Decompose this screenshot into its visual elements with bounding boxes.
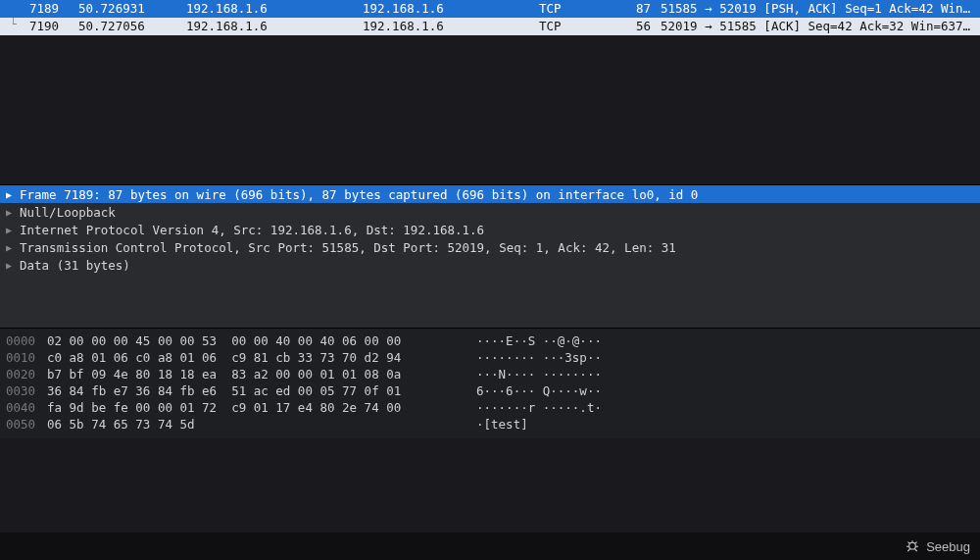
hex-ascii: 6···6··· Q····w·· bbox=[449, 382, 602, 399]
col-length: 87 bbox=[612, 0, 657, 18]
expand-icon[interactable]: ▶ bbox=[6, 260, 20, 271]
col-info: 51585 → 52019 [PSH, ACK] Seq=1 Ack=42 Wi… bbox=[657, 0, 980, 18]
hex-offset: 0030 bbox=[0, 382, 47, 399]
col-dest: 192.168.1.6 bbox=[363, 0, 539, 18]
detail-text: Transmission Control Protocol, Src Port:… bbox=[20, 240, 676, 255]
hex-row[interactable]: 0000 02 00 00 00 45 00 00 53 00 00 40 00… bbox=[0, 332, 980, 349]
hex-ascii: ·······r ·····.t· bbox=[449, 399, 602, 416]
detail-tcp[interactable]: ▶ Transmission Control Protocol, Src Por… bbox=[0, 238, 980, 256]
hex-offset: 0020 bbox=[0, 366, 47, 382]
expand-icon[interactable]: ▶ bbox=[6, 207, 20, 218]
col-length: 56 bbox=[612, 18, 657, 35]
col-no: 7189 bbox=[0, 0, 78, 18]
hex-row[interactable]: 0030 36 84 fb e7 36 84 fb e6 51 ac ed 00… bbox=[0, 382, 980, 399]
hex-offset: 0050 bbox=[0, 416, 47, 433]
hex-row[interactable]: 0020 b7 bf 09 4e 80 18 18 ea 83 a2 00 00… bbox=[0, 366, 980, 382]
col-source: 192.168.1.6 bbox=[186, 0, 363, 18]
hex-ascii: ···N···· ········ bbox=[449, 366, 602, 382]
hex-dump-pane: 0000 02 00 00 00 45 00 00 53 00 00 40 00… bbox=[0, 328, 980, 438]
hex-row[interactable]: 0010 c0 a8 01 06 c0 a8 01 06 c9 81 cb 33… bbox=[0, 349, 980, 366]
expand-icon[interactable]: ▶ bbox=[6, 189, 20, 200]
hex-offset: 0010 bbox=[0, 349, 47, 366]
hex-offset: 0000 bbox=[0, 332, 47, 349]
hex-row[interactable]: 0050 06 5b 74 65 73 74 5d ·[test] bbox=[0, 416, 980, 433]
detail-text: Internet Protocol Version 4, Src: 192.16… bbox=[20, 223, 484, 237]
tree-end-icon: └ bbox=[10, 18, 17, 30]
detail-data[interactable]: ▶ Data (31 bytes) bbox=[0, 256, 980, 274]
detail-null-loopback[interactable]: ▶ Null/Loopback bbox=[0, 203, 980, 221]
col-protocol: TCP bbox=[539, 0, 612, 18]
hex-bytes: b7 bf 09 4e 80 18 18 ea 83 a2 00 00 01 0… bbox=[47, 366, 449, 382]
col-time: 50.727056 bbox=[78, 18, 186, 35]
hex-ascii: ····E··S ··@·@··· bbox=[449, 332, 602, 349]
col-dest: 192.168.1.6 bbox=[363, 18, 539, 35]
detail-frame-line[interactable]: ▶ Frame 7189: 87 bytes on wire (696 bits… bbox=[0, 185, 980, 203]
detail-text: Frame 7189: 87 bytes on wire (696 bits),… bbox=[20, 187, 698, 202]
col-source: 192.168.1.6 bbox=[186, 18, 363, 35]
hex-bytes: 02 00 00 00 45 00 00 53 00 00 40 00 40 0… bbox=[47, 332, 449, 349]
bug-icon bbox=[905, 537, 926, 556]
col-info: 52019 → 51585 [ACK] Seq=42 Ack=32 Win=63… bbox=[657, 18, 980, 35]
hex-bytes: fa 9d be fe 00 00 01 72 c9 01 17 e4 80 2… bbox=[47, 399, 449, 416]
svg-point-0 bbox=[909, 542, 916, 549]
col-protocol: TCP bbox=[539, 18, 612, 35]
packet-row[interactable]: 7190 50.727056 192.168.1.6 192.168.1.6 T… bbox=[0, 18, 980, 35]
col-time: 50.726931 bbox=[78, 0, 186, 18]
packet-list-pane: 7189 50.726931 192.168.1.6 192.168.1.6 T… bbox=[0, 0, 980, 35]
packet-list-empty-area bbox=[0, 35, 980, 184]
hex-offset: 0040 bbox=[0, 399, 47, 416]
hex-ascii: ········ ···3sp·· bbox=[449, 349, 602, 366]
expand-icon[interactable]: ▶ bbox=[6, 242, 20, 253]
detail-ipv4[interactable]: ▶ Internet Protocol Version 4, Src: 192.… bbox=[0, 221, 980, 238]
detail-text: Data (31 bytes) bbox=[20, 258, 130, 273]
hex-bytes: 36 84 fb e7 36 84 fb e6 51 ac ed 00 05 7… bbox=[47, 382, 449, 399]
hex-bytes: 06 5b 74 65 73 74 5d bbox=[47, 416, 449, 433]
hex-ascii: ·[test] bbox=[449, 416, 528, 433]
detail-text: Null/Loopback bbox=[20, 205, 116, 220]
footer-bar: Seebug bbox=[0, 533, 980, 560]
packet-details-pane: ▶ Frame 7189: 87 bytes on wire (696 bits… bbox=[0, 184, 980, 328]
hex-bytes: c0 a8 01 06 c0 a8 01 06 c9 81 cb 33 73 7… bbox=[47, 349, 449, 366]
expand-icon[interactable]: ▶ bbox=[6, 225, 20, 235]
hex-row[interactable]: 0040 fa 9d be fe 00 00 01 72 c9 01 17 e4… bbox=[0, 399, 980, 416]
footer-brand: Seebug bbox=[926, 539, 970, 554]
packet-row[interactable]: 7189 50.726931 192.168.1.6 192.168.1.6 T… bbox=[0, 0, 980, 18]
